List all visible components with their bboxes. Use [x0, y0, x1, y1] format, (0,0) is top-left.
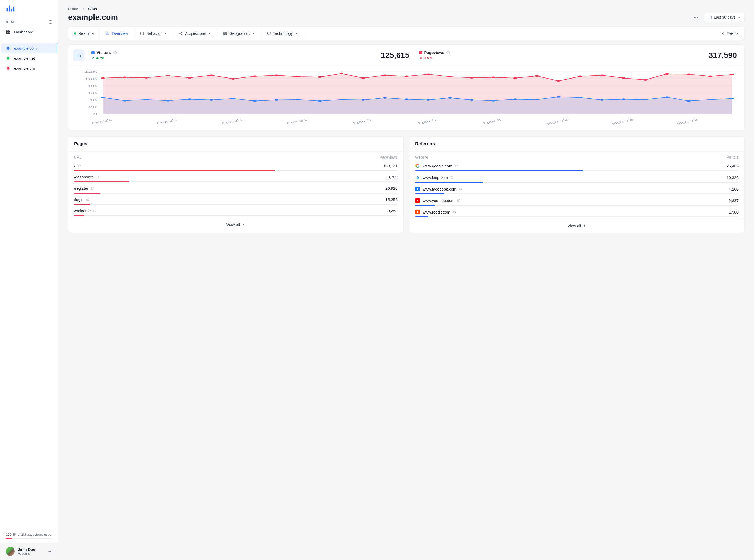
- youtube-icon: [415, 198, 420, 203]
- svg-point-58: [535, 75, 539, 77]
- svg-point-70: [144, 99, 149, 100]
- referrers-card: Referrers Website Visitors www.google.co…: [409, 136, 745, 233]
- account-menu[interactable]: John Doe Account: [0, 543, 58, 560]
- table-row[interactable]: www.google.com 25,465: [409, 161, 744, 173]
- main-content: Home Stats example.com Last 30 days Rea: [59, 0, 754, 560]
- external-link-icon[interactable]: [91, 187, 94, 190]
- tab-acquisitions[interactable]: Acquisitions: [173, 27, 217, 40]
- metric-pageviews-value: 317,590: [709, 51, 737, 60]
- svg-point-13: [695, 17, 696, 18]
- table-row[interactable]: /welcome 9,258: [68, 206, 403, 217]
- external-link-icon[interactable]: [455, 164, 458, 167]
- svg-point-60: [578, 76, 582, 77]
- external-link-icon[interactable]: [78, 164, 81, 167]
- svg-point-72: [188, 98, 192, 100]
- external-link-icon[interactable]: [93, 209, 96, 213]
- account-sub: Account: [18, 552, 45, 555]
- tab-behavior[interactable]: Behavior: [134, 27, 173, 40]
- legend-dot-pageviews: [419, 51, 422, 54]
- svg-point-61: [600, 75, 604, 76]
- reddit-icon: [415, 209, 420, 214]
- info-icon[interactable]: [113, 51, 117, 55]
- chevron-right-icon: [242, 223, 245, 226]
- tab-technology[interactable]: Technology: [261, 27, 304, 40]
- site-item-1[interactable]: example.net: [0, 53, 58, 63]
- metric-visitors[interactable]: Visitors 4.7% 125,615: [89, 45, 417, 65]
- info-icon[interactable]: [446, 51, 450, 55]
- breadcrumb-home[interactable]: Home: [68, 7, 78, 11]
- svg-point-82: [405, 98, 409, 100]
- usage-text: 126.3K of 1M pageviews used.: [6, 533, 53, 537]
- svg-text:6K: 6K: [88, 91, 98, 95]
- row-bar: [415, 182, 738, 183]
- svg-rect-16: [140, 32, 144, 35]
- globe-icon[interactable]: [49, 20, 53, 24]
- page-url: /: [74, 163, 75, 168]
- share-icon: [179, 32, 183, 36]
- pages-col-pageviews: Pageviews: [380, 155, 398, 159]
- table-row[interactable]: www.reddit.com 1,588: [409, 207, 744, 219]
- svg-rect-0: [6, 8, 8, 12]
- svg-point-63: [643, 79, 647, 81]
- svg-text:Oct 22: Oct 22: [90, 118, 113, 125]
- table-row[interactable]: /login 15,252: [68, 195, 403, 206]
- svg-point-53: [426, 73, 430, 75]
- referrer-value: 4,280: [729, 187, 738, 191]
- chevron-down-icon: [252, 32, 255, 35]
- nav-dashboard[interactable]: Dashboard: [0, 27, 58, 37]
- account-text: John Doe Account: [18, 547, 45, 555]
- calendar-icon: [708, 15, 712, 19]
- more-menu-button[interactable]: [692, 13, 700, 21]
- chevron-down-icon: [164, 32, 167, 35]
- svg-point-48: [318, 76, 322, 78]
- external-link-icon[interactable]: [450, 176, 454, 179]
- metric-pageviews-change: 0.5%: [419, 56, 450, 60]
- pages-view-all[interactable]: View all: [68, 217, 403, 231]
- sidebar: MENU Dashboard example.com example.net e…: [0, 0, 59, 560]
- external-link-icon[interactable]: [457, 199, 460, 202]
- external-link-icon[interactable]: [86, 198, 89, 201]
- logo-icon: [6, 5, 15, 14]
- svg-point-19: [182, 34, 182, 35]
- svg-point-10: [7, 57, 9, 60]
- referrer-value: 25,465: [727, 164, 738, 168]
- external-link-icon[interactable]: [96, 176, 99, 179]
- site-item-0[interactable]: example.com: [1, 43, 57, 53]
- external-link-icon[interactable]: [459, 187, 462, 191]
- logout-icon[interactable]: [48, 549, 53, 554]
- table-row[interactable]: /register 26,926: [68, 183, 403, 195]
- tab-geographic[interactable]: Geographic: [217, 27, 261, 40]
- traffic-chart[interactable]: 02K4K6K8K10K12KOct 22Oct 25Oct 28Oct 31N…: [73, 70, 737, 125]
- metric-pageviews[interactable]: Pageviews 0.5% 317,590: [417, 45, 745, 65]
- window-icon: [140, 32, 144, 36]
- tab-overview[interactable]: Overview: [100, 27, 134, 40]
- page-value: 53,769: [385, 175, 398, 179]
- svg-point-64: [665, 73, 669, 75]
- external-link-icon[interactable]: [453, 211, 456, 214]
- svg-rect-3: [13, 7, 14, 12]
- svg-point-17: [180, 33, 180, 34]
- date-range-button[interactable]: Last 30 days: [704, 13, 745, 22]
- svg-point-68: [101, 97, 105, 98]
- svg-text:Oct 25: Oct 25: [155, 118, 178, 125]
- tab-events[interactable]: Events: [714, 27, 744, 40]
- metric-visitors-value: 125,615: [381, 51, 409, 60]
- tab-realtime[interactable]: Realtime: [68, 27, 100, 40]
- site-name: example.net: [14, 56, 35, 60]
- table-row[interactable]: b www.bing.com 10,326: [409, 173, 744, 184]
- table-row[interactable]: www.youtube.com 2,837: [409, 196, 744, 207]
- referrers-view-all[interactable]: View all: [409, 219, 744, 233]
- chevron-down-icon: [737, 16, 741, 19]
- site-icon: [6, 56, 11, 61]
- referrers-rows: www.google.com 25,465 b www.bing.com 10,…: [409, 161, 744, 219]
- chart-bar-icon: [105, 32, 110, 36]
- tab-events-label: Events: [727, 31, 738, 36]
- logo: [0, 0, 58, 16]
- table-row[interactable]: f www.facebook.com 4,280: [409, 184, 744, 196]
- svg-point-44: [231, 78, 235, 80]
- table-row[interactable]: /dashboard 53,769: [68, 172, 403, 183]
- svg-point-12: [694, 17, 695, 18]
- svg-rect-5: [6, 30, 7, 32]
- site-item-2[interactable]: example.org: [0, 63, 58, 73]
- table-row[interactable]: / 199,131: [68, 161, 403, 172]
